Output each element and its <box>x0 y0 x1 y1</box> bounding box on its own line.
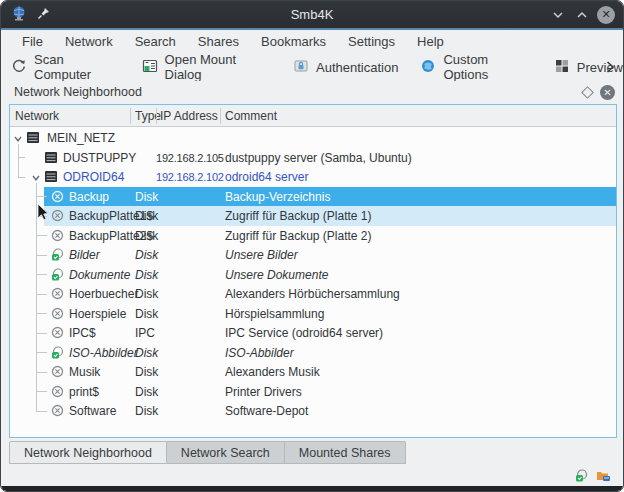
toolbar-button-label: Custom Options <box>443 52 531 82</box>
panel-title: Network Neighborhood <box>14 85 142 99</box>
smb4k-window: Smb4K ✕ FileNetworkSearchSharesBookmarks… <box>0 0 624 492</box>
tree-branch-line <box>36 391 47 392</box>
toolbar-button-custom-options[interactable]: Custom Options <box>420 52 531 82</box>
cell-comment: IPC Service (odroid64 server) <box>225 323 383 343</box>
toolbar-overflow-button[interactable] <box>605 53 615 81</box>
tab-mounted-shares[interactable]: Mounted Shares <box>285 441 406 464</box>
menu-network[interactable]: Network <box>56 32 122 51</box>
preview-icon <box>554 58 570 77</box>
tree-row-odroid64[interactable]: ODROID64192.168.2.102odroid64 server <box>10 167 616 187</box>
network-folder-icon <box>596 468 611 486</box>
tree-row-ipc-[interactable]: IPC$IPCIPC Service (odroid64 server) <box>10 323 616 343</box>
column-header-type[interactable]: Type <box>135 105 161 127</box>
cell-network: Bilder <box>69 245 100 265</box>
cell-comment: Software-Depot <box>225 401 308 421</box>
menu-file[interactable]: File <box>13 32 52 51</box>
cell-type: Disk <box>135 187 158 207</box>
server-icon <box>26 131 40 147</box>
cell-network: Backup <box>69 187 109 207</box>
cell-type: Disk <box>135 206 158 226</box>
menu-bookmarks[interactable]: Bookmarks <box>252 32 335 51</box>
maximize-button[interactable] <box>573 6 591 24</box>
minimize-button[interactable] <box>549 6 567 24</box>
column-separator[interactable] <box>156 108 157 124</box>
menu-help[interactable]: Help <box>408 32 453 51</box>
column-header-ip[interactable]: IP Address <box>160 105 218 127</box>
cell-type: Disk <box>135 245 158 265</box>
tree-row-print-[interactable]: print$DiskPrinter Drivers <box>10 382 616 402</box>
tab-network-neighborhood[interactable]: Network Neighborhood <box>9 441 167 464</box>
toolbar-button-open-mount-dialog[interactable]: Open Mount Dialog <box>142 52 271 82</box>
custom-options-icon <box>420 58 436 77</box>
window-title: Smb4K <box>1 7 623 22</box>
dock-panel-header[interactable]: Network Neighborhood ✕ <box>1 81 623 103</box>
share-icon <box>51 326 64 342</box>
tree-row-hoerbuecher[interactable]: HoerbuecherDiskAlexanders Hörbüchersamml… <box>10 284 616 304</box>
tree-row-bilder[interactable]: BilderDiskUnsere Bilder <box>10 245 616 265</box>
cell-type: Disk <box>135 401 158 421</box>
menubar: FileNetworkSearchSharesBookmarksSettings… <box>1 30 623 53</box>
cell-network: DUSTPUPPY <box>63 148 136 168</box>
share-mounted-icon <box>51 268 64 284</box>
titlebar[interactable]: Smb4K ✕ <box>1 1 623 28</box>
menu-shares[interactable]: Shares <box>189 32 248 51</box>
cell-type: Disk <box>135 362 158 382</box>
tree-row-iso-abbilder[interactable]: ISO-AbbilderDiskISO-Abbilder <box>10 343 616 363</box>
panel-close-icon[interactable]: ✕ <box>600 85 615 100</box>
share-icon <box>51 229 64 245</box>
cell-comment: Zugriff für Backup (Platte 2) <box>225 226 372 246</box>
tree-row-mein-netz[interactable]: MEIN_NETZ <box>10 128 616 148</box>
cell-comment: Backup-Verzeichnis <box>225 187 330 207</box>
tab-network-search[interactable]: Network Search <box>167 441 285 464</box>
column-separator[interactable] <box>130 108 131 124</box>
cell-type: Disk <box>135 343 158 363</box>
cell-comment: dustpuppy server (Samba, Ubuntu) <box>225 148 412 168</box>
tree-branch-line <box>36 196 47 197</box>
mount-dialog-icon <box>142 58 158 77</box>
toolbar-button-authentication[interactable]: Authentication <box>293 58 398 77</box>
table-header[interactable]: Network Type IP Address Comment <box>10 105 616 127</box>
column-separator[interactable] <box>220 108 221 124</box>
tree-row-backupplatte1-[interactable]: BackupPlatte1$DiskZugriff für Backup (Pl… <box>10 206 616 226</box>
column-header-network[interactable]: Network <box>15 105 59 127</box>
share-mounted-icon <box>51 346 64 362</box>
server-icon <box>44 151 58 167</box>
share-icon <box>51 287 64 303</box>
float-panel-icon[interactable] <box>581 86 594 99</box>
toolbar-button-label: Open Mount Dialog <box>165 52 271 82</box>
tree-branch-line <box>36 255 47 256</box>
cell-network: MEIN_NETZ <box>47 128 115 148</box>
cell-type: Disk <box>135 304 158 324</box>
close-button[interactable]: ✕ <box>597 6 615 24</box>
share-icon <box>51 385 64 401</box>
cell-network: ODROID64 <box>63 167 124 187</box>
network-tree: Network Type IP Address Comment MEIN_NET… <box>9 104 617 438</box>
menu-settings[interactable]: Settings <box>339 32 404 51</box>
tree-row-hoerspiele[interactable]: HoerspieleDiskHörspielsammlung <box>10 304 616 324</box>
cell-network: Hoerspiele <box>69 304 126 324</box>
tree-row-dokumente[interactable]: DokumenteDiskUnsere Dokumente <box>10 265 616 285</box>
cell-network: Hoerbuecher <box>69 284 138 304</box>
tree-row-software[interactable]: SoftwareDiskSoftware-Depot <box>10 401 616 421</box>
tree-row-backupplatte2-[interactable]: BackupPlatte2$DiskZugriff für Backup (Pl… <box>10 226 616 246</box>
toolbar-button-scan-computer[interactable]: Scan Computer <box>11 52 120 82</box>
tree-rows: MEIN_NETZDUSTPUPPY192.168.2.105dustpuppy… <box>10 127 616 437</box>
cell-network: Musik <box>69 362 100 382</box>
tree-row-backup[interactable]: BackupDiskBackup-Verzeichnis <box>10 187 616 207</box>
tree-branch-line <box>18 177 25 178</box>
cell-type: IPC <box>135 323 155 343</box>
tree-row-dustpuppy[interactable]: DUSTPUPPY192.168.2.105dustpuppy server (… <box>10 148 616 168</box>
cell-type: Disk <box>135 284 158 304</box>
cell-comment: Unsere Bilder <box>225 245 298 265</box>
cell-ip: 192.168.2.102 <box>156 167 224 187</box>
tree-row-musik[interactable]: MusikDiskAlexanders Musik <box>10 362 616 382</box>
tree-branch-line <box>36 333 47 334</box>
cell-comment: Alexanders Hörbüchersammlung <box>225 284 400 304</box>
column-header-comment[interactable]: Comment <box>225 105 277 127</box>
cell-network: ISO-Abbilder <box>69 343 138 363</box>
tree-branch-line <box>36 372 47 373</box>
cell-comment: Hörspielsammlung <box>225 304 324 324</box>
cell-comment: Zugriff für Backup (Platte 1) <box>225 206 372 226</box>
statusbar <box>1 464 623 488</box>
menu-search[interactable]: Search <box>126 32 185 51</box>
